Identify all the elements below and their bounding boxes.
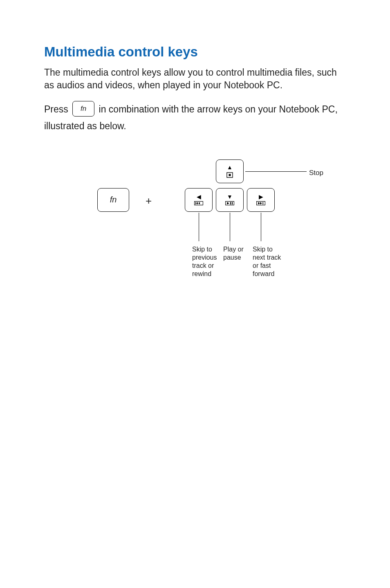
play-pause-label: Play or pause: [223, 245, 248, 262]
callout-line-right: [261, 213, 261, 241]
plus-symbol: +: [146, 195, 152, 207]
fn-key: fn: [97, 188, 129, 212]
callout-line-stop: [245, 171, 307, 172]
press-prefix: Press: [44, 104, 71, 114]
next-label: Skip to next track or fast forward: [253, 245, 285, 278]
svg-marker-7: [227, 202, 229, 204]
previous-track-icon: [194, 201, 203, 206]
svg-marker-3: [198, 202, 200, 204]
manual-page: Multimedia control keys The multimedia c…: [0, 0, 390, 290]
play-pause-icon: [225, 201, 234, 206]
fn-key-label: fn: [110, 195, 117, 204]
svg-rect-1: [229, 174, 231, 176]
arrow-down-key: ▼: [216, 188, 244, 212]
key-diagram: fn + ▲ ◀: [97, 159, 390, 290]
down-arrow-icon: ▼: [227, 194, 233, 200]
svg-rect-8: [230, 202, 231, 204]
callout-line-left: [199, 213, 199, 241]
callout-line-down: [230, 213, 230, 241]
stop-label: Stop: [309, 168, 323, 177]
right-arrow-icon: ▶: [259, 194, 263, 200]
press-instruction: Press fn in combination with the arrow k…: [44, 101, 346, 135]
svg-rect-5: [195, 202, 196, 204]
intro-paragraph: The multimedia control keys allow you to…: [44, 66, 346, 92]
svg-marker-11: [258, 202, 260, 204]
stop-icon: [226, 171, 233, 178]
fn-key-inline: fn: [72, 101, 94, 117]
arrow-right-key: ▶: [247, 188, 275, 212]
arrow-left-key: ◀: [185, 188, 213, 212]
arrow-up-key: ▲: [216, 159, 244, 183]
up-arrow-icon: ▲: [227, 164, 233, 170]
svg-rect-6: [226, 202, 234, 205]
section-heading: Multimedia control keys: [44, 44, 346, 60]
left-arrow-icon: ◀: [197, 194, 201, 200]
previous-label: Skip to previous track or rewind: [192, 245, 225, 278]
svg-marker-4: [196, 202, 198, 204]
svg-rect-13: [263, 202, 264, 204]
svg-marker-12: [260, 202, 262, 204]
next-track-icon: [256, 201, 265, 206]
svg-rect-9: [232, 202, 233, 204]
